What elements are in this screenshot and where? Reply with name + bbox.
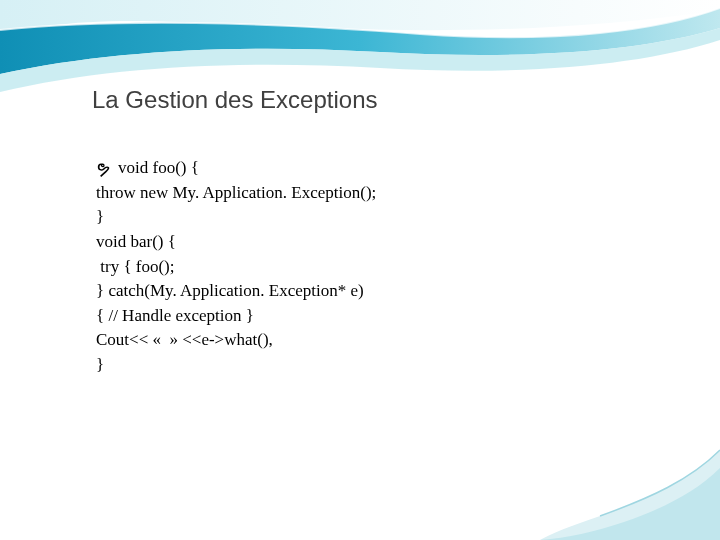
code-line: Cout<< « » <<e->what(),: [96, 328, 640, 353]
slide-body: ຯ void foo() { throw new My. Application…: [96, 154, 640, 378]
code-line: } catch(My. Application. Exception* e): [96, 279, 640, 304]
bullet-icon: ຯ: [96, 155, 110, 181]
bullet-item: ຯ void foo() {: [96, 154, 640, 181]
code-line: { // Handle exception }: [96, 304, 640, 329]
code-line: try { foo();: [96, 255, 640, 280]
code-line: }: [96, 205, 640, 230]
slide-title: La Gestion des Exceptions: [92, 86, 378, 114]
code-line: }: [96, 353, 640, 378]
code-line: void bar() {: [96, 230, 640, 255]
code-line: void foo() {: [118, 156, 199, 181]
code-line: throw new My. Application. Exception();: [96, 181, 640, 206]
corner-curl: [540, 420, 720, 540]
